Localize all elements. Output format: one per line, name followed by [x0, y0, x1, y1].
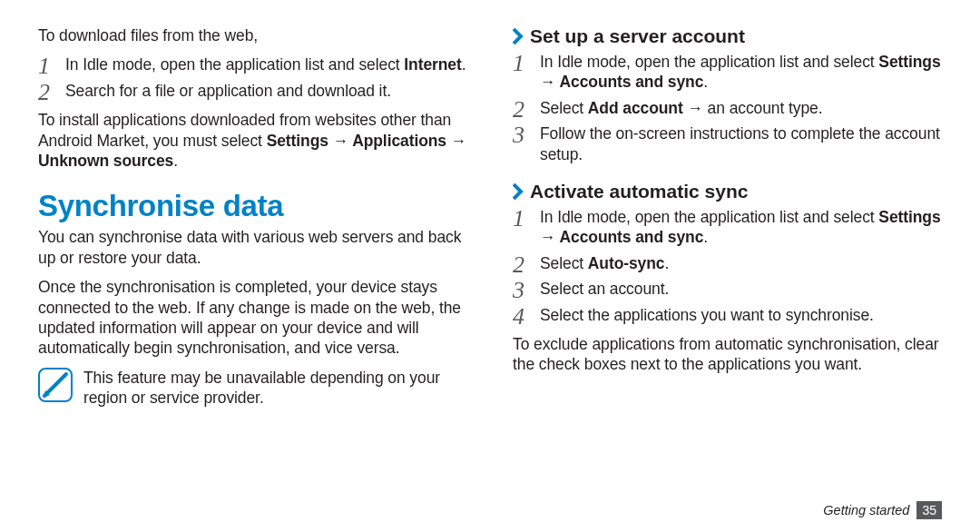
server-account-steps: In Idle mode, open the application list … [513, 52, 942, 164]
chevron-icon [513, 183, 524, 200]
sync-p1: You can synchronise data with various we… [38, 227, 467, 268]
autosync-step-2: Select Auto-sync. [513, 253, 942, 273]
download-step-1: In Idle mode, open the application list … [38, 54, 467, 74]
left-column: To download files from the web, In Idle … [38, 25, 467, 408]
note-text: This feature may be unavailable dependin… [83, 368, 467, 409]
exclude-note: To exclude applications from automatic s… [513, 334, 942, 375]
activate-automatic-sync-heading: Activate automatic sync [513, 181, 942, 202]
right-column: Set up a server account In Idle mode, op… [513, 25, 942, 408]
note-block: This feature may be unavailable dependin… [38, 368, 467, 409]
footer-page-number: 35 [916, 501, 942, 519]
set-up-server-account-heading: Set up a server account [513, 25, 942, 47]
page-footer: Getting started 35 [823, 501, 942, 519]
autosync-step-1: In Idle mode, open the application list … [513, 207, 942, 248]
note-icon [38, 368, 73, 402]
footer-section: Getting started [823, 503, 909, 517]
server-step-1: In Idle mode, open the application list … [513, 52, 942, 93]
download-intro: To download files from the web, [38, 25, 467, 45]
autosync-step-4: Select the applications you want to sync… [513, 305, 942, 325]
auto-sync-steps: In Idle mode, open the application list … [513, 207, 942, 325]
install-note: To install applications downloaded from … [38, 110, 467, 171]
synchronise-heading: Synchronise data [38, 189, 467, 223]
sync-p2: Once the synchronisation is completed, y… [38, 277, 467, 359]
server-step-3: Follow the on-screen instructions to com… [513, 123, 942, 164]
download-steps: In Idle mode, open the application list … [38, 54, 467, 101]
chevron-icon [513, 28, 524, 44]
server-step-2: Select Add account → an account type. [513, 98, 942, 118]
autosync-step-3: Select an account. [513, 279, 942, 299]
svg-line-1 [44, 374, 66, 396]
download-step-2: Search for a file or application and dow… [38, 81, 467, 101]
